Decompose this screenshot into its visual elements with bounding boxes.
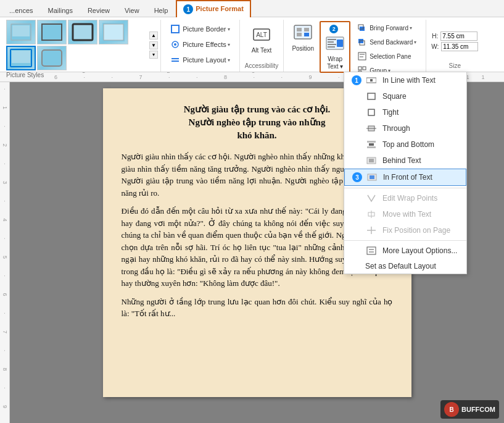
picture-layout-icon xyxy=(170,55,180,65)
accessibility-group: ALT Alt Text Accessibility xyxy=(240,20,284,72)
wrap-editpoints-item: Edit Wrap Points xyxy=(344,190,466,206)
scroll-up-arrow[interactable]: ▲ xyxy=(149,31,158,40)
wrap-behind-item[interactable]: Behind Text xyxy=(344,153,466,169)
size-label: Size xyxy=(449,61,461,69)
ribbon-tabs: ...ences Mailings Review View Help 1Pict… xyxy=(0,0,504,17)
svg-rect-7 xyxy=(12,51,30,63)
watermark-text: BUFFCOM xyxy=(461,406,495,413)
tab-mailings[interactable]: Mailings xyxy=(41,3,80,17)
wrap-movewith-item: Move with Text xyxy=(344,206,466,222)
size-group: H: W: Size xyxy=(426,20,483,72)
more-options-icon xyxy=(365,246,378,256)
svg-rect-18 xyxy=(304,28,309,31)
pic-style-2[interactable] xyxy=(37,20,67,44)
svg-rect-33 xyxy=(360,56,363,57)
send-backward-button[interactable]: Send Backward ▾ xyxy=(353,35,421,49)
ribbon-content: ▲ ▼ ▾ Picture Styles Picture Border ▾ xyxy=(0,17,504,72)
position-button[interactable]: Position xyxy=(289,21,317,58)
tab-help[interactable]: Help xyxy=(147,3,175,17)
svg-rect-16 xyxy=(294,25,312,39)
alt-text-button[interactable]: ALT Alt Text xyxy=(247,23,276,60)
svg-rect-5 xyxy=(104,24,123,40)
doc-para3: Những người ở tầng lớp trung lưu lạc qua… xyxy=(122,296,393,320)
wrap-fixposition-item: Fix Position on Page xyxy=(344,222,466,238)
wrap-tight-item[interactable]: Tight xyxy=(344,104,466,120)
svg-rect-44 xyxy=(367,146,376,148)
svg-rect-8 xyxy=(42,50,62,66)
svg-rect-17 xyxy=(297,28,302,31)
svg-rect-40 xyxy=(368,93,375,99)
svg-rect-25 xyxy=(328,46,335,48)
wrap-square-item[interactable]: Square xyxy=(344,88,466,104)
svg-rect-19 xyxy=(297,33,302,36)
accessibility-label: Accessibility xyxy=(245,61,278,69)
editpoints-icon xyxy=(365,193,378,203)
arrange-group: Position 2 xyxy=(284,20,426,72)
svg-point-11 xyxy=(174,43,176,46)
picture-styles-scroll: ▲ ▼ ▾ xyxy=(149,31,158,59)
vertical-ruler: · 1 · 2 · 3 · 4 · 5 · 6 · 7 · 8 · 9 xyxy=(0,82,10,423)
tab-references[interactable]: ...ences xyxy=(2,3,40,17)
scroll-expand-arrow[interactable]: ▾ xyxy=(149,51,158,59)
scroll-down-arrow[interactable]: ▼ xyxy=(149,41,158,49)
wrap-infront-item[interactable]: 3 In Front of Text xyxy=(344,169,466,186)
wrap-set-default-item[interactable]: Set as Default Layout xyxy=(344,259,466,274)
svg-rect-1 xyxy=(12,25,30,36)
square-icon xyxy=(365,91,378,101)
picture-styles-group: ▲ ▼ ▾ Picture Styles xyxy=(4,20,161,72)
wrap-menu: 1 In Line with Text Square Tight xyxy=(344,72,467,274)
menu-divider-1 xyxy=(344,188,466,188)
svg-rect-22 xyxy=(328,39,336,40)
wrap-text-icon xyxy=(325,35,345,54)
bring-forward-icon xyxy=(357,23,367,33)
svg-rect-12 xyxy=(171,58,179,59)
pic-style-4[interactable] xyxy=(99,20,128,44)
tab-picture-format[interactable]: 1Picture Format xyxy=(176,0,251,17)
width-input[interactable] xyxy=(441,42,478,51)
pic-style-5[interactable] xyxy=(6,46,36,70)
pic-style-6[interactable] xyxy=(37,46,67,70)
picture-layout-button[interactable]: Picture Layout ▾ xyxy=(166,53,234,67)
wrap-inline-item[interactable]: 1 In Line with Text xyxy=(344,72,466,88)
svg-rect-47 xyxy=(369,159,374,162)
bring-forward-button[interactable]: Bring Forward ▾ xyxy=(353,21,421,35)
svg-rect-26 xyxy=(337,40,343,47)
menu-divider-2 xyxy=(344,240,466,241)
tight-icon xyxy=(365,107,378,117)
selection-pane-button[interactable]: Selection Pane xyxy=(353,49,421,63)
svg-rect-3 xyxy=(73,24,93,40)
pic-style-3[interactable] xyxy=(68,20,97,44)
alt-text-icon: ALT xyxy=(252,26,271,46)
wrap-more-options-item[interactable]: More Layout Options... xyxy=(344,243,466,259)
wrap-topbottom-item[interactable]: Top and Bottom xyxy=(344,136,466,153)
svg-rect-43 xyxy=(367,141,376,143)
wrap-text-label: WrapText ▾ xyxy=(327,56,343,70)
wrap-text-button[interactable]: 2 WrapText ▾ xyxy=(320,21,350,73)
position-icon xyxy=(293,24,313,44)
through-icon xyxy=(365,124,378,133)
watermark: B BUFFCOM xyxy=(440,400,499,419)
tab-view[interactable]: View xyxy=(118,3,146,17)
picture-effects-button[interactable]: Picture Effects ▾ xyxy=(166,38,234,51)
svg-rect-49 xyxy=(370,175,374,179)
svg-rect-23 xyxy=(328,41,334,43)
svg-rect-45 xyxy=(369,143,374,146)
height-input[interactable] xyxy=(440,31,477,41)
picture-border-button[interactable]: Picture Border ▾ xyxy=(166,22,234,36)
svg-rect-24 xyxy=(328,44,336,45)
svg-text:ALT: ALT xyxy=(256,31,267,38)
svg-rect-9 xyxy=(171,25,179,33)
tab-review[interactable]: Review xyxy=(81,3,117,17)
picture-effects-icon xyxy=(170,40,180,49)
svg-rect-34 xyxy=(358,67,361,70)
selection-pane-icon xyxy=(357,51,367,61)
wrap-through-item[interactable]: Through xyxy=(344,120,466,136)
inline-icon xyxy=(365,75,378,85)
picture-border-icon xyxy=(170,24,180,34)
svg-rect-32 xyxy=(360,54,365,55)
topbottom-icon xyxy=(365,140,378,149)
movewith-icon xyxy=(365,209,378,219)
picture-styles-label: Picture Styles xyxy=(6,70,158,78)
svg-rect-13 xyxy=(171,61,179,62)
pic-style-1[interactable] xyxy=(6,20,36,44)
